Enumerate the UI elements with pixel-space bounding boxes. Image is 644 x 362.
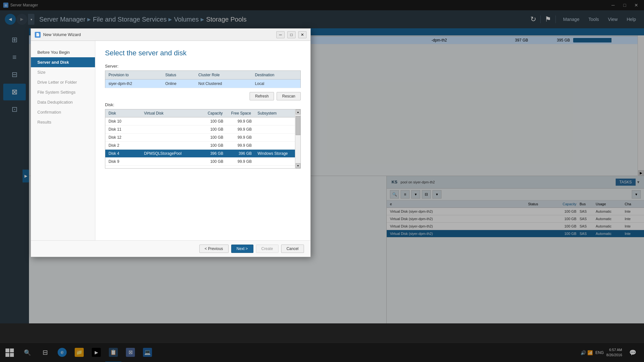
disk-row-disk: Disk 10 xyxy=(105,117,141,125)
disk-row-free: 99.9 GB xyxy=(226,125,254,134)
rescan-button[interactable]: Rescan xyxy=(277,92,301,100)
disk-row-cap: 396 GB xyxy=(197,150,226,158)
disk-row-vdisk: DPMSQLStoragePool xyxy=(141,150,197,158)
wizard-page-title: Select the server and disk xyxy=(105,49,301,57)
disk-row-vdisk xyxy=(141,117,197,125)
wizard-nav-size[interactable]: Size xyxy=(31,67,95,77)
disk-row-free: 99.9 GB xyxy=(226,158,254,166)
disk-row-sub xyxy=(254,142,300,150)
server-col-dest: Destination xyxy=(252,71,301,79)
disk-col-cap: Capacity xyxy=(197,109,226,117)
server-table: Provision to Status Cluster Role Destina… xyxy=(105,70,301,88)
dialog-titlebar: 📄 New Volume Wizard ─ □ ✕ xyxy=(31,29,310,41)
wizard-nav-results[interactable]: Results xyxy=(31,117,95,127)
disk-col-sub: Subsystem xyxy=(254,109,300,117)
disk-col-disk: Disk xyxy=(105,109,141,117)
disk-row-cap: 100 GB xyxy=(197,142,226,150)
dialog-maximize-btn[interactable]: □ xyxy=(287,31,296,38)
new-volume-wizard-dialog: 📄 New Volume Wizard ─ □ ✕ Before You Beg… xyxy=(31,28,311,257)
disk-row-sub xyxy=(254,125,300,134)
server-table-row[interactable]: siyer-dpm-th2 Online Not Clustered Local xyxy=(105,79,301,88)
disk-row-free: 99.9 GB xyxy=(226,142,254,150)
disk-row-vdisk xyxy=(141,142,197,150)
disk-row-disk: Disk 12 xyxy=(105,134,141,142)
scroll-thumb[interactable] xyxy=(296,116,300,135)
dialog-body: Before You Begin Server and Disk Size Dr… xyxy=(31,41,310,240)
server-col-cluster: Cluster Role xyxy=(195,71,252,79)
disk-row-disk: Disk 11 xyxy=(105,125,141,134)
disk-row-sub xyxy=(254,158,300,166)
server-section-label: Server: xyxy=(105,64,301,69)
disk-row-cap: 100 GB xyxy=(197,125,226,134)
disk-table-container: Disk Virtual Disk Capacity Free Space Su… xyxy=(105,109,301,169)
server-row-dest: Local xyxy=(252,79,301,88)
dialog-close-btn[interactable]: ✕ xyxy=(298,31,307,38)
disk-col-free: Free Space xyxy=(226,109,254,117)
disk-row-vdisk xyxy=(141,158,197,166)
dialog-minimize-btn[interactable]: ─ xyxy=(276,31,285,38)
disk-row-disk: Disk 4 xyxy=(105,150,141,158)
disk-col-vdisk: Virtual Disk xyxy=(141,109,197,117)
dialog-title-text: New Volume Wizard xyxy=(43,32,274,37)
disk-table: Disk Virtual Disk Capacity Free Space Su… xyxy=(105,109,300,166)
disk-row-sub: Windows Storage xyxy=(254,150,300,158)
disk-row-free: 99.9 GB xyxy=(226,117,254,125)
scroll-up-btn[interactable]: ▲ xyxy=(296,109,300,115)
wizard-nav-before-you-begin[interactable]: Before You Begin xyxy=(31,47,95,57)
wizard-content-area: Select the server and disk Server: Provi… xyxy=(95,41,310,240)
disk-row-cap: 100 GB xyxy=(197,158,226,166)
disk-table-row[interactable]: Disk 2 100 GB 99.9 GB xyxy=(105,142,300,150)
disk-row-sub xyxy=(254,117,300,125)
disk-row-disk: Disk 9 xyxy=(105,158,141,166)
wizard-nav-file-system[interactable]: File System Settings xyxy=(31,87,95,97)
wizard-nav-drive-letter[interactable]: Drive Letter or Folder xyxy=(31,77,95,87)
wizard-nav-dedup[interactable]: Data Deduplication xyxy=(31,97,95,107)
disk-table-row[interactable]: Disk 11 100 GB 99.9 GB xyxy=(105,125,300,134)
cancel-button[interactable]: Cancel xyxy=(281,245,304,253)
server-row-status: Online xyxy=(162,79,195,88)
wizard-nav-server-and-disk[interactable]: Server and Disk xyxy=(31,57,95,67)
dialog-footer: < Previous Next > Create Cancel xyxy=(31,240,310,257)
scroll-down-btn[interactable]: ▼ xyxy=(296,163,300,168)
dialog-titlebar-icon: 📄 xyxy=(35,32,41,38)
disk-scrollbar[interactable]: ▲ ▼ xyxy=(295,109,300,168)
disk-row-vdisk xyxy=(141,134,197,142)
disk-section-label: Disk: xyxy=(105,102,301,107)
disk-row-free: 99.9 GB xyxy=(226,134,254,142)
disk-table-row[interactable]: Disk 4 DPMSQLStoragePool 396 GB 396 GB W… xyxy=(105,150,300,158)
disk-row-free: 396 GB xyxy=(226,150,254,158)
disk-row-sub xyxy=(254,134,300,142)
disk-row-disk: Disk 2 xyxy=(105,142,141,150)
server-row-provision: siyer-dpm-th2 xyxy=(105,79,162,88)
next-button[interactable]: Next > xyxy=(231,245,253,253)
wizard-nav: Before You Begin Server and Disk Size Dr… xyxy=(31,41,95,240)
disk-row-cap: 100 GB xyxy=(197,134,226,142)
server-row-cluster: Not Clustered xyxy=(195,79,252,88)
refresh-button[interactable]: Refresh xyxy=(250,92,274,100)
previous-button[interactable]: < Previous xyxy=(199,245,229,253)
server-col-status: Status xyxy=(162,71,195,79)
server-col-provision: Provision to xyxy=(105,71,162,79)
disk-table-row[interactable]: Disk 10 100 GB 99.9 GB xyxy=(105,117,300,125)
wizard-nav-confirmation[interactable]: Confirmation xyxy=(31,107,95,117)
disk-table-row[interactable]: Disk 12 100 GB 99.9 GB xyxy=(105,134,300,142)
disk-table-row[interactable]: Disk 9 100 GB 99.9 GB xyxy=(105,158,300,166)
disk-row-cap: 100 GB xyxy=(197,117,226,125)
disk-row-vdisk xyxy=(141,125,197,134)
create-button[interactable]: Create xyxy=(256,245,279,253)
refresh-rescan-row: Refresh Rescan xyxy=(105,92,301,100)
